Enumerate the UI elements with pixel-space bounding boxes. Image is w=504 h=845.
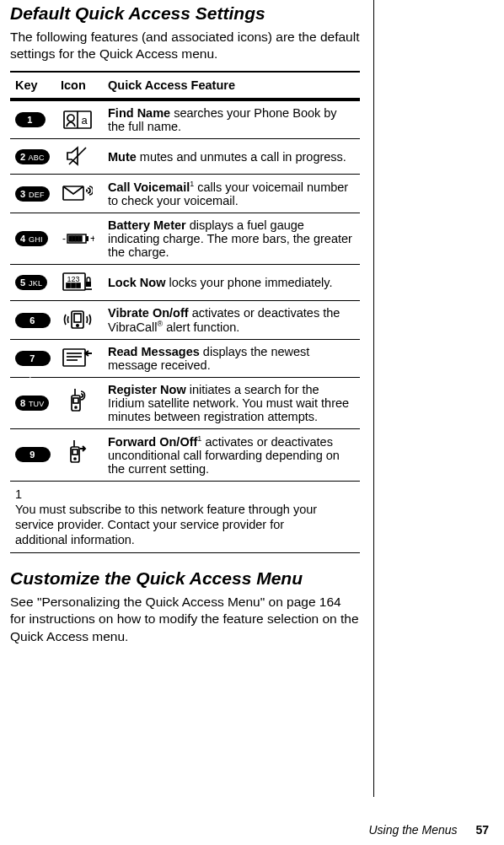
svg-rect-24 <box>63 349 85 366</box>
feature-mute: Mute mutes and unmutes a call in progres… <box>103 139 360 175</box>
svg-rect-19 <box>86 282 91 287</box>
table-row: 6 MNO <box>10 301 360 340</box>
svg-text:-: - <box>62 233 66 245</box>
svg-rect-9 <box>72 236 75 241</box>
voicemail-icon <box>61 182 94 206</box>
table-row: 2 ABC Mute mutes and unmutes a call in p… <box>10 139 360 175</box>
feature-battery: Battery Meter displays a fuel gauge indi… <box>103 213 360 265</box>
table-row: 5 JKL 123 <box>10 265 360 301</box>
lock-icon: 123 <box>61 270 94 293</box>
feature-voicemail: Call Voicemail1 calls your voicemail num… <box>103 175 360 213</box>
vibrate-icon <box>61 308 94 331</box>
feature-find-name: Find Name searches your Phone Book by th… <box>103 100 360 139</box>
page-footer: Using the Menus 57 <box>368 823 489 837</box>
svg-rect-34 <box>72 449 78 455</box>
th-feature: Quick Access Feature <box>103 72 360 100</box>
table-row: 9 WXYZ <box>10 428 360 481</box>
table-row: 8 TUV <box>10 377 360 428</box>
footer-page-number: 57 <box>475 823 489 837</box>
svg-rect-18 <box>77 283 80 288</box>
keycap-4: 4 GHI <box>15 231 48 246</box>
svg-point-31 <box>75 406 77 408</box>
svg-rect-12 <box>86 236 88 241</box>
svg-rect-30 <box>73 398 78 403</box>
intro-paragraph: The following features (and associated i… <box>10 29 360 62</box>
th-key: Key <box>10 72 56 100</box>
quick-access-table: Key Icon Quick Access Feature 1 <box>10 71 360 553</box>
heading-default-quick-access: Default Quick Access Settings <box>10 3 360 24</box>
keycap-6: 6 MNO <box>15 313 51 328</box>
keycap-2: 2 ABC <box>15 149 50 164</box>
footer-section: Using the Menus <box>368 823 457 837</box>
keycap-3: 3 DEF <box>15 186 50 202</box>
table-row: 3 DEF <box>10 175 360 213</box>
th-icon: Icon <box>56 72 103 100</box>
table-row: 1 a <box>10 100 360 139</box>
svg-text:+: + <box>90 233 94 245</box>
svg-text:123: 123 <box>67 275 79 283</box>
customize-paragraph: See "Personalizing the Quick Access Menu… <box>10 594 360 644</box>
svg-rect-16 <box>67 283 70 288</box>
forward-icon <box>61 441 94 465</box>
feature-forward: Forward On/Off1 activates or deactivates… <box>103 428 360 481</box>
feature-register: Register Now initiates a search for the … <box>103 377 360 428</box>
table-row: 4 GHI - + <box>10 213 360 265</box>
svg-rect-11 <box>79 236 82 241</box>
mute-icon <box>61 144 94 168</box>
feature-lock: Lock Now locks your phone immediately. <box>103 265 360 301</box>
battery-icon: - + <box>61 227 94 250</box>
svg-text:a: a <box>81 114 88 126</box>
keycap-9: 9 WXYZ <box>15 447 51 462</box>
svg-point-2 <box>67 115 74 121</box>
keycap-8: 8 TUV <box>15 396 49 411</box>
find-name-icon: a <box>61 108 94 132</box>
messages-icon <box>61 346 94 369</box>
keycap-1: 1 <box>15 112 46 127</box>
feature-vibrate: Vibrate On/off activates or deactivates … <box>103 301 360 340</box>
svg-point-35 <box>74 458 76 460</box>
feature-messages: Read Messages displays the newest messag… <box>103 339 360 377</box>
svg-rect-10 <box>76 236 78 241</box>
register-icon <box>61 390 94 413</box>
svg-point-23 <box>77 325 78 326</box>
heading-customize: Customize the Quick Access Menu <box>10 568 360 589</box>
svg-rect-8 <box>69 236 72 241</box>
table-footnote: 1 You must subscribe to this network fea… <box>10 481 360 553</box>
svg-rect-22 <box>74 314 81 322</box>
table-row: 7 PQRS <box>10 339 360 377</box>
keycap-7: 7 PQRS <box>15 351 51 366</box>
svg-rect-17 <box>72 283 75 288</box>
keycap-5: 5 JKL <box>15 275 47 290</box>
